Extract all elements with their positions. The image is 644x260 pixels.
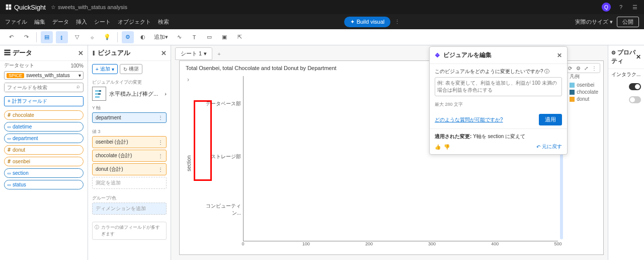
kebab-icon[interactable]: ⋮ bbox=[591, 64, 598, 72]
kebab-icon[interactable]: ⋮ bbox=[158, 153, 163, 159]
menu-file[interactable]: ファイル bbox=[5, 18, 27, 26]
text-icon[interactable]: T bbox=[188, 31, 200, 43]
dataset-select[interactable]: SPICEsweets_with_status ▾ bbox=[4, 71, 84, 80]
ai-prompt-input[interactable] bbox=[435, 77, 562, 96]
panel-title: ⫿ ビジュアル bbox=[92, 48, 130, 57]
params-icon[interactable]: ⟐ bbox=[86, 31, 98, 43]
shape-icon[interactable]: ▭ bbox=[203, 31, 215, 43]
x-tick: 300 bbox=[428, 241, 436, 246]
app-logo[interactable]: QuickSight bbox=[5, 4, 46, 11]
legend-item[interactable]: osenbei bbox=[570, 82, 598, 88]
publish-button[interactable]: 公開 bbox=[617, 17, 639, 27]
data-panel-icon[interactable]: ▤ bbox=[41, 31, 53, 43]
kebab-icon[interactable]: ⋮ bbox=[158, 115, 163, 120]
close-icon[interactable]: ✕ bbox=[636, 53, 641, 60]
kebab-icon[interactable]: ⋮ bbox=[158, 167, 163, 172]
apply-button[interactable]: 適用 bbox=[539, 114, 562, 125]
ai-icon[interactable]: ⚙ bbox=[575, 64, 582, 72]
spice-pct: 100% bbox=[70, 63, 84, 69]
user-icon[interactable]: ☰ bbox=[631, 3, 639, 11]
svg-rect-1 bbox=[99, 90, 101, 92]
add-visual-button[interactable]: + 追加 ▾ bbox=[92, 64, 118, 74]
measure-icon: # bbox=[8, 159, 11, 164]
thumbs-down-icon[interactable]: 👎 bbox=[444, 144, 450, 150]
close-icon[interactable]: ✕ bbox=[557, 52, 562, 59]
field-section[interactable]: ▭section bbox=[4, 168, 84, 178]
visual-panel-icon[interactable]: ⫿ bbox=[56, 31, 68, 43]
field-chocolate[interactable]: #chocolate bbox=[4, 110, 84, 120]
dimension-icon: ▭ bbox=[8, 170, 11, 176]
category-label: ストレージ部 bbox=[198, 153, 241, 160]
field-list: #chocolate▭datetime▭department#donut#ose… bbox=[0, 108, 88, 193]
thumbs-up-icon[interactable]: 👍 bbox=[435, 144, 441, 150]
filter-icon[interactable]: ▽ bbox=[71, 31, 83, 43]
menu-object[interactable]: オブジェクト bbox=[118, 18, 151, 26]
kebab-icon[interactable]: ⋮ bbox=[158, 140, 163, 145]
legend-item[interactable]: chocolate bbox=[570, 89, 598, 95]
menu-sheet[interactable]: シート bbox=[94, 18, 111, 26]
field-osenbei[interactable]: #osenbei bbox=[4, 157, 84, 166]
field-status[interactable]: ▭status bbox=[4, 180, 84, 189]
sheet-tab[interactable]: シート 1 ▾ bbox=[175, 47, 212, 60]
interactions-tab[interactable]: インタラク... bbox=[608, 69, 644, 80]
value-field[interactable]: donut (合計)⋮ bbox=[92, 163, 167, 175]
redo-icon[interactable]: ↷ bbox=[20, 31, 32, 43]
x-axis: 0100200300400500 bbox=[243, 241, 558, 250]
legend-item[interactable]: donut bbox=[570, 96, 598, 102]
dimension-icon: ▭ bbox=[8, 124, 11, 129]
add-measure-drop[interactable]: 測定を追加 bbox=[92, 177, 167, 189]
field-donut[interactable]: #donut bbox=[4, 145, 84, 155]
add-dropdown[interactable]: 追加▾ bbox=[152, 31, 170, 43]
canvas: シート 1 ▾ + ⟳ ⚙ ⤢ ⋮ Total Osenbei, total C… bbox=[171, 45, 608, 260]
line-icon[interactable]: ∿ bbox=[173, 31, 185, 43]
undo-button[interactable]: ↶ 元に戻す bbox=[536, 143, 562, 150]
field-datetime[interactable]: ▭datetime bbox=[4, 122, 84, 132]
close-icon[interactable]: ✕ bbox=[78, 49, 84, 57]
quicksight-icon bbox=[5, 4, 12, 11]
menu-search[interactable]: 検索 bbox=[158, 18, 169, 26]
search-input[interactable] bbox=[5, 83, 73, 92]
info-icon: ⓘ bbox=[95, 224, 99, 237]
ai-edit-panel: ❖ ビジュアルを編集 ✕ このビジュアルをどのように変更したいですか? ⓘ 最大… bbox=[429, 46, 568, 155]
image-icon[interactable]: ▣ bbox=[218, 31, 230, 43]
chart-type-select[interactable]: 水平積み上げ棒グ... › bbox=[92, 87, 167, 101]
analysis-title[interactable]: ☆ sweets_with_status analysis bbox=[51, 4, 127, 11]
theme-icon[interactable]: ◐ bbox=[137, 31, 149, 43]
ai-panel-title: ビジュアルを編集 bbox=[443, 51, 492, 59]
add-sheet-button[interactable]: + bbox=[214, 51, 223, 57]
info-icon[interactable]: ⓘ bbox=[544, 69, 549, 74]
search-icon[interactable]: ⌕ bbox=[73, 83, 83, 92]
kebab-icon[interactable]: ⋮ bbox=[394, 19, 400, 25]
undo-icon[interactable]: ↶ bbox=[5, 31, 17, 43]
properties-panel: ⚙ プロパティ ✕ インタラク... bbox=[608, 45, 644, 260]
field-department[interactable]: ▭department bbox=[4, 134, 84, 143]
value-field[interactable]: chocolate (合計)⋮ bbox=[92, 150, 167, 162]
menu-insert[interactable]: 挿入 bbox=[76, 18, 87, 26]
expand-icon[interactable]: ⤢ bbox=[583, 64, 590, 72]
field-search[interactable]: ⌕ bbox=[4, 83, 84, 92]
build-button[interactable]: ↻ 構築 bbox=[120, 64, 142, 74]
menu-edit[interactable]: 編集 bbox=[34, 18, 45, 26]
refresh-icon[interactable]: ⟳ bbox=[567, 64, 574, 72]
main-area: ☰ データ ✕ データセット 100% SPICEsweets_with_sta… bbox=[0, 45, 644, 260]
help-link[interactable]: どのような質問が可能ですか? bbox=[435, 116, 503, 123]
close-icon[interactable]: ✕ bbox=[161, 49, 167, 57]
group-drop[interactable]: ディメンションを追加 bbox=[92, 203, 167, 215]
menu-data[interactable]: データ bbox=[52, 18, 69, 26]
toggle-2[interactable] bbox=[629, 96, 641, 103]
value-field[interactable]: osenbei (合計)⋮ bbox=[92, 136, 167, 148]
sparkle-icon: ✦ bbox=[350, 19, 355, 25]
add-calc-field[interactable]: + 計算フィールド bbox=[4, 96, 84, 106]
q-ai-icon[interactable]: Q bbox=[602, 3, 611, 12]
category-label: コンピューティン... bbox=[198, 203, 241, 217]
export-icon[interactable]: ⇱ bbox=[233, 31, 246, 43]
y-axis-field[interactable]: department⋮ bbox=[92, 112, 167, 123]
zoom-select[interactable]: 実際のサイズ ▾ bbox=[575, 18, 613, 26]
group-label: グループ/色 bbox=[92, 195, 167, 202]
help-icon[interactable]: ? bbox=[617, 3, 625, 11]
build-visual-button[interactable]: ✦ Build visual bbox=[344, 17, 391, 27]
props-icon[interactable]: ⚙ bbox=[122, 31, 134, 43]
toggle-1[interactable] bbox=[629, 83, 641, 90]
insight-icon[interactable]: 💡 bbox=[101, 31, 113, 43]
dimension-icon: ▭ bbox=[8, 136, 11, 141]
